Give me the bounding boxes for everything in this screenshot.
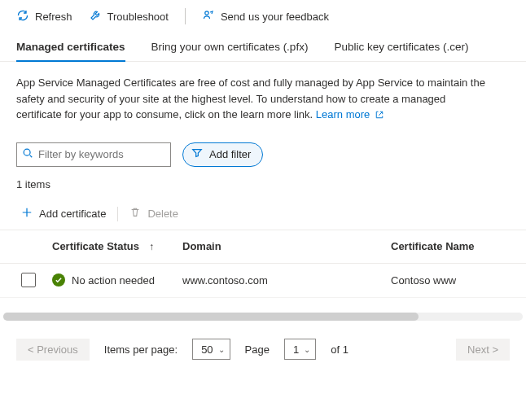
add-certificate-label: Add certificate (39, 208, 106, 220)
domain-text: www.contoso.com (179, 274, 391, 287)
feedback-button[interactable]: Send us your feedback (202, 9, 329, 24)
chevron-down-icon: ⌄ (218, 345, 225, 354)
feedback-icon (202, 9, 215, 24)
sort-ascending-icon: ↑ (149, 241, 154, 252)
filter-search[interactable] (16, 142, 171, 167)
plus-icon (21, 207, 33, 221)
column-status[interactable]: Certificate Status ↑ (52, 240, 179, 252)
column-domain[interactable]: Domain (179, 240, 391, 252)
svg-point-1 (24, 149, 30, 155)
feedback-label: Send us your feedback (221, 11, 329, 23)
status-text: No action needed (72, 274, 155, 287)
external-link-icon (375, 108, 384, 125)
description-text: App Service Managed Certificates are fre… (0, 62, 505, 131)
trash-icon (129, 207, 141, 221)
add-filter-button[interactable]: Add filter (182, 142, 263, 167)
page-select[interactable]: 1 ⌄ (284, 339, 316, 360)
tab-public-key[interactable]: Public key certificates (.cer) (334, 36, 468, 61)
delete-label: Delete (147, 208, 178, 220)
chevron-down-icon: ⌄ (304, 345, 310, 354)
refresh-icon (16, 9, 29, 24)
certificates-table: Certificate Status ↑ Domain Certificate … (0, 230, 526, 298)
page-label: Page (245, 343, 270, 356)
items-per-page-label: Items per page: (104, 343, 178, 356)
learn-more-label: Learn more (316, 108, 370, 120)
horizontal-scrollbar[interactable] (3, 313, 523, 321)
column-name[interactable]: Certificate Name (391, 240, 510, 252)
scrollbar-thumb[interactable] (3, 313, 419, 321)
filter-icon (191, 147, 203, 161)
add-filter-label: Add filter (209, 148, 251, 160)
refresh-label: Refresh (35, 11, 72, 23)
svg-point-0 (205, 11, 208, 14)
toolbar-separator (185, 8, 186, 24)
learn-more-link[interactable]: Learn more (316, 108, 384, 120)
search-icon (22, 147, 33, 161)
refresh-button[interactable]: Refresh (16, 9, 72, 24)
next-button: Next > (456, 339, 510, 361)
troubleshoot-button[interactable]: Troubleshoot (89, 9, 169, 24)
previous-button: < Previous (16, 339, 90, 361)
page-value: 1 (293, 343, 299, 356)
item-count: 1 items (0, 170, 526, 195)
row-checkbox[interactable] (21, 273, 36, 287)
column-status-label: Certificate Status (52, 240, 139, 252)
table-row[interactable]: No action needed www.contoso.com Contoso… (0, 264, 526, 298)
action-separator (117, 207, 118, 221)
wrench-icon (89, 9, 102, 24)
status-success-icon (52, 273, 65, 287)
tab-bring-your-own[interactable]: Bring your own certificates (.pfx) (151, 36, 309, 61)
filter-input[interactable] (38, 148, 175, 160)
table-header: Certificate Status ↑ Domain Certificate … (0, 230, 526, 264)
items-per-page-value: 50 (201, 343, 213, 356)
description-body: App Service Managed Certificates are fre… (16, 77, 485, 120)
add-certificate-button[interactable]: Add certificate (21, 207, 106, 221)
troubleshoot-label: Troubleshoot (107, 11, 169, 23)
tab-managed-certificates[interactable]: Managed certificates (16, 36, 125, 61)
items-per-page-select[interactable]: 50 ⌄ (192, 339, 230, 360)
certificate-name-text: Contoso www (391, 274, 510, 287)
page-of-label: of 1 (331, 343, 348, 356)
delete-button: Delete (129, 207, 178, 221)
